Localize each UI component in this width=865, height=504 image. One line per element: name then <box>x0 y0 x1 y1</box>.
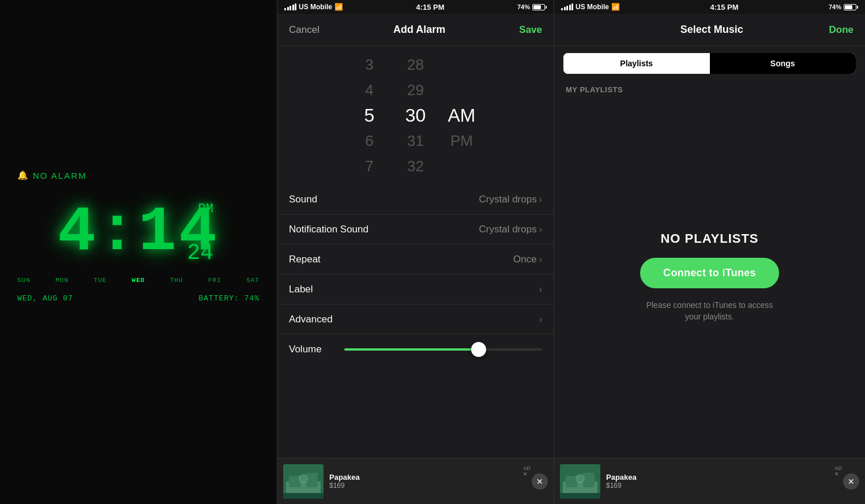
alarm-ad-text: Papakea $169 <box>329 473 526 490</box>
alarm-title: Add Alarm <box>393 24 445 36</box>
min-item-31[interactable]: 31 <box>393 128 439 153</box>
advanced-row[interactable]: Advanced › <box>277 304 554 334</box>
repeat-value: Once › <box>513 254 542 265</box>
no-playlists-container: NO PLAYLISTS Connect to iTunes Please co… <box>554 96 865 458</box>
ampm-spacer1 <box>439 52 485 77</box>
alarm-ad-title: Papakea <box>329 473 526 482</box>
min-item-28[interactable]: 28 <box>393 52 439 77</box>
music-wifi-icon: 📶 <box>611 3 620 11</box>
music-battery-percent: 74% <box>829 3 841 10</box>
ampm-am-selected[interactable]: AM <box>439 103 485 128</box>
hour-item-3[interactable]: 3 <box>347 52 393 77</box>
alarm-ad-close-button[interactable]: ✕ <box>532 473 548 490</box>
advanced-label: Advanced <box>289 314 333 325</box>
music-signal-icon <box>561 3 573 10</box>
svg-rect-3 <box>306 473 318 487</box>
ampm-spacer3 <box>439 153 485 179</box>
label-row[interactable]: Label › <box>277 274 554 304</box>
label-chevron-icon: › <box>539 284 542 295</box>
date-battery-row: WED, AUG 07 BATTERY: 74% <box>17 294 260 303</box>
music-ad-text: Papakea $169 <box>606 473 837 490</box>
hour-item-5-selected[interactable]: 5 <box>347 103 393 128</box>
playlists-section-header: MY PLAYLISTS <box>554 81 865 96</box>
status-time: 4:15 PM <box>416 3 444 12</box>
status-right: 74% <box>517 3 547 10</box>
volume-row[interactable]: Volume <box>277 334 554 364</box>
bell-icon: 🔔 <box>17 170 29 180</box>
svg-point-11 <box>576 474 585 483</box>
carrier-label: US Mobile <box>299 3 332 11</box>
svg-point-5 <box>299 474 308 483</box>
battery-icon <box>532 4 547 10</box>
alarm-ad-price: $169 <box>329 482 526 490</box>
min-item-30-selected[interactable]: 30 <box>393 103 439 128</box>
hour-item-4[interactable]: 4 <box>347 77 393 103</box>
hour-item-7[interactable]: 7 <box>347 153 393 179</box>
hour-picker-col[interactable]: 3 4 5 6 7 <box>347 52 393 179</box>
repeat-chevron: › <box>539 254 542 265</box>
sound-chevron: › <box>539 194 542 205</box>
music-tab-control[interactable]: Playlists Songs <box>563 53 856 74</box>
alarm-ad-banner[interactable]: Papakea $169 AD ✕ ✕ <box>277 458 554 504</box>
done-button[interactable]: Done <box>829 24 854 36</box>
hour-item-6[interactable]: 6 <box>347 128 393 153</box>
date-display: WED, AUG 07 <box>17 294 73 303</box>
volume-label: Volume <box>289 344 335 355</box>
tab-songs[interactable]: Songs <box>710 53 856 74</box>
music-title: Select Music <box>595 24 829 36</box>
connect-itunes-button[interactable]: Connect to iTunes <box>640 258 779 288</box>
settings-list: Sound Crystal drops › Notification Sound… <box>277 185 554 458</box>
alarm-ad-banner-wrapper: Papakea $169 AD ✕ ✕ <box>277 458 554 504</box>
time-picker[interactable]: 3 4 5 6 7 28 29 30 31 32 AM PM <box>277 46 554 185</box>
music-status-bar: US Mobile 📶 4:15 PM 74% <box>554 0 865 14</box>
minute-picker-col[interactable]: 28 29 30 31 32 <box>393 52 439 179</box>
music-status-left: US Mobile 📶 <box>561 3 620 11</box>
music-ad-image <box>560 464 600 499</box>
day-fri: FRI <box>208 277 221 284</box>
battery-display: BATTERY: 74% <box>198 294 260 303</box>
svg-rect-9 <box>583 473 595 487</box>
notification-sound-row[interactable]: Notification Sound Crystal drops › <box>277 215 554 245</box>
alarm-panel: US Mobile 📶 4:15 PM 74% Cancel Add Alarm… <box>277 0 554 504</box>
alarm-ad-label: AD ✕ <box>523 465 531 477</box>
music-battery-icon <box>844 4 858 10</box>
music-ad-title: Papakea <box>606 473 837 482</box>
ampm-picker-col[interactable]: AM PM <box>439 52 485 179</box>
volume-slider-track[interactable] <box>344 348 542 351</box>
music-ad-thumbnail <box>560 464 600 499</box>
volume-slider-thumb[interactable] <box>471 342 486 357</box>
alarm-label: 🔔 NO ALARM <box>17 170 87 180</box>
svg-rect-4 <box>283 493 324 499</box>
repeat-row[interactable]: Repeat Once › <box>277 245 554 274</box>
advanced-chevron-icon: › <box>539 314 542 325</box>
min-item-29[interactable]: 29 <box>393 77 439 103</box>
ampm-pm[interactable]: PM <box>439 128 485 153</box>
music-header: Select Music Done <box>554 14 865 46</box>
min-item-32[interactable]: 32 <box>393 153 439 179</box>
sound-value: Crystal drops › <box>479 194 542 205</box>
status-left: US Mobile 📶 <box>284 3 343 11</box>
notif-chevron: › <box>539 224 542 235</box>
connect-description: Please connect to iTunes to access your … <box>646 300 773 322</box>
battery-percent: 74% <box>517 3 530 10</box>
day-tue: TUE <box>93 277 107 284</box>
tab-playlists[interactable]: Playlists <box>563 53 710 74</box>
ampm-spacer2 <box>439 77 485 103</box>
music-ad-label: AD ✕ <box>834 465 842 477</box>
svg-rect-8 <box>566 476 577 487</box>
save-button[interactable]: Save <box>519 24 542 36</box>
wifi-icon: 📶 <box>334 3 343 11</box>
day-wed: WED <box>132 277 145 284</box>
day-mon: MON <box>55 277 69 284</box>
clock-seconds: 24 <box>187 240 213 265</box>
music-panel: US Mobile 📶 4:15 PM 74% Select Music Don… <box>554 0 865 504</box>
alarm-status-bar: US Mobile 📶 4:15 PM 74% <box>277 0 554 14</box>
music-status-time: 4:15 PM <box>710 3 738 12</box>
notif-sound-value: Crystal drops › <box>479 224 542 235</box>
clock-panel: 🔔 NO ALARM PM 4:14 24 SUN MON TUE WED TH… <box>0 0 277 504</box>
cancel-button[interactable]: Cancel <box>289 24 319 36</box>
sound-row[interactable]: Sound Crystal drops › <box>277 185 554 215</box>
music-ad-banner[interactable]: Papakea $169 AD ✕ ✕ <box>554 458 865 504</box>
music-ad-close-button[interactable]: ✕ <box>843 473 859 490</box>
days-row: SUN MON TUE WED THU FRI SAT <box>17 277 260 284</box>
